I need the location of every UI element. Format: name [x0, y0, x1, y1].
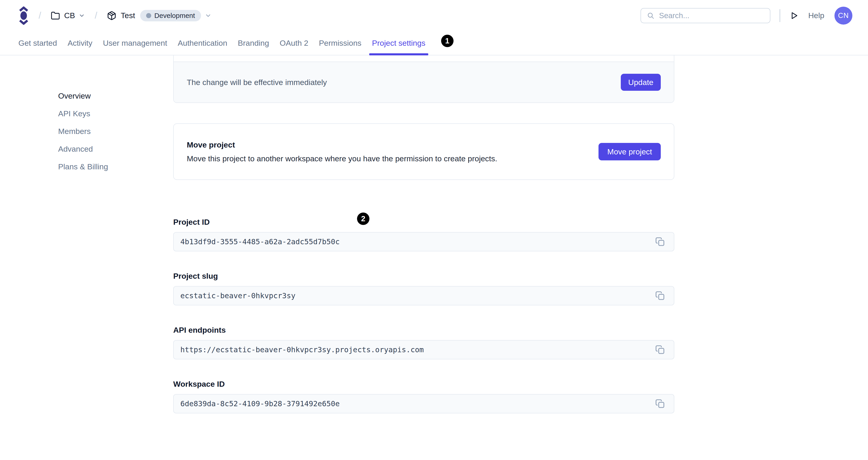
update-button[interactable]: Update	[621, 74, 661, 91]
main-area: Overview API Keys Members Advanced Plans…	[0, 55, 868, 413]
move-project-card: Move project Move this project to anothe…	[173, 123, 674, 180]
avatar[interactable]: CN	[834, 7, 852, 25]
workspace-id-label: Workspace ID	[173, 379, 674, 389]
folder-icon	[51, 11, 60, 20]
top-header: / CB / Test Development	[0, 0, 868, 31]
tab-get-started[interactable]: Get started	[19, 31, 57, 55]
tab-user-management[interactable]: User management	[103, 31, 167, 55]
annotation-badge-2: 2	[357, 213, 369, 225]
project-slug-value: ecstatic-beaver-0hkvpcr3sy	[180, 292, 296, 300]
project-id-group: Project ID 4b13df9d-3555-4485-a62a-2adc5…	[173, 218, 674, 251]
breadcrumb-separator: /	[39, 10, 41, 21]
update-card-footer: The change will be effective immediately…	[174, 62, 674, 102]
chevron-down-icon	[205, 12, 212, 19]
workspace-breadcrumb[interactable]: CB	[51, 11, 85, 20]
copy-button[interactable]	[655, 399, 665, 409]
api-endpoints-group: API endpoints https://ecstatic-beaver-0h…	[173, 326, 674, 359]
settings-content: The change will be effective immediately…	[173, 55, 674, 413]
search-box[interactable]	[641, 8, 770, 23]
sidebar-item-members[interactable]: Members	[58, 127, 173, 135]
project-breadcrumb[interactable]: Test Development	[107, 10, 211, 21]
tab-authentication[interactable]: Authentication	[178, 31, 227, 55]
environment-badge: Development	[140, 10, 201, 21]
environment-label: Development	[154, 12, 195, 20]
play-icon	[789, 11, 799, 20]
tab-project-settings[interactable]: Project settings	[372, 31, 425, 55]
sidebar-item-api-keys[interactable]: API Keys	[58, 110, 173, 117]
tab-oauth2[interactable]: OAuth 2	[280, 31, 308, 55]
move-project-button[interactable]: Move project	[598, 143, 661, 160]
project-slug-label: Project slug	[173, 272, 674, 280]
tab-bar: Get started Activity User management Aut…	[0, 31, 868, 55]
copy-icon	[655, 399, 665, 409]
breadcrumb-separator: /	[95, 10, 97, 21]
update-card: The change will be effective immediately…	[173, 55, 674, 103]
environment-dot-icon	[146, 13, 151, 18]
project-id-label: Project ID	[173, 218, 674, 226]
update-card-body	[174, 55, 674, 62]
move-project-text: Move project Move this project to anothe…	[187, 141, 497, 163]
annotation-badge-1: 1	[441, 35, 454, 47]
run-button[interactable]	[789, 11, 799, 20]
package-icon	[107, 11, 117, 21]
copy-button[interactable]	[655, 290, 665, 301]
copy-icon	[655, 237, 665, 247]
ory-logo-icon[interactable]	[19, 6, 29, 25]
project-slug-field: ecstatic-beaver-0hkvpcr3sy	[173, 286, 674, 305]
move-project-title: Move project	[187, 141, 497, 149]
sidebar-item-overview[interactable]: Overview	[58, 92, 173, 100]
api-endpoints-value: https://ecstatic-beaver-0hkvpcr3sy.proje…	[180, 345, 424, 354]
api-endpoints-field: https://ecstatic-beaver-0hkvpcr3sy.proje…	[173, 340, 674, 359]
tab-activity[interactable]: Activity	[67, 31, 92, 55]
tab-branding[interactable]: Branding	[238, 31, 269, 55]
help-link[interactable]: Help	[808, 11, 824, 20]
settings-sidebar: Overview API Keys Members Advanced Plans…	[0, 55, 173, 180]
workspace-id-value: 6de839da-8c52-4109-9b28-3791492e650e	[180, 399, 340, 408]
sidebar-item-plans-billing[interactable]: Plans & Billing	[58, 163, 173, 171]
search-input[interactable]	[659, 11, 765, 20]
api-endpoints-label: API endpoints	[173, 326, 674, 335]
sidebar-item-advanced[interactable]: Advanced	[58, 145, 173, 153]
ory-console-page: / CB / Test Development	[0, 0, 868, 460]
project-id-field: 4b13df9d-3555-4485-a62a-2adc55d7b50c	[173, 232, 674, 251]
project-info-fields: Project ID 4b13df9d-3555-4485-a62a-2adc5…	[173, 218, 674, 413]
workspace-id-field: 6de839da-8c52-4109-9b28-3791492e650e	[173, 394, 674, 413]
move-project-description: Move this project to another workspace w…	[187, 154, 497, 163]
tab-permissions[interactable]: Permissions	[319, 31, 362, 55]
project-id-value: 4b13df9d-3555-4485-a62a-2adc55d7b50c	[180, 237, 340, 246]
copy-button[interactable]	[655, 237, 665, 247]
chevron-down-icon	[79, 12, 85, 19]
update-message: The change will be effective immediately	[187, 78, 327, 87]
workspace-label: CB	[64, 11, 75, 20]
copy-icon	[655, 345, 665, 355]
search-icon	[647, 11, 654, 20]
copy-button[interactable]	[655, 345, 665, 355]
project-slug-group: Project slug ecstatic-beaver-0hkvpcr3sy	[173, 272, 674, 305]
workspace-id-group: Workspace ID 6de839da-8c52-4109-9b28-379…	[173, 379, 674, 413]
copy-icon	[655, 290, 665, 301]
project-label: Test	[121, 11, 135, 20]
header-divider	[779, 9, 780, 22]
